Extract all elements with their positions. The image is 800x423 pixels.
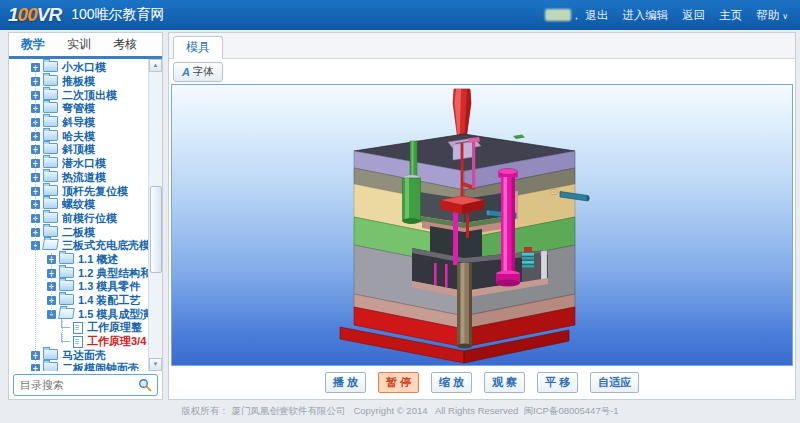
folder-icon <box>43 349 58 360</box>
tree-item[interactable]: +小水口模 <box>9 61 148 75</box>
tree-item[interactable]: +二次顶出模 <box>9 88 148 102</box>
folder-icon <box>43 116 58 127</box>
folder-icon <box>59 294 74 305</box>
tree-item[interactable]: +1.2 典型结构和机构 <box>9 266 148 280</box>
tree-item[interactable]: +二板模 <box>9 225 148 239</box>
document-icon <box>73 336 83 348</box>
tab-assessment[interactable]: 考核 <box>113 36 137 53</box>
site-title: 100唯尔教育网 <box>71 6 164 24</box>
viewer-toolbar: A字体 <box>169 59 795 84</box>
tree-item[interactable]: +二板模闹钟面壳 <box>9 362 148 371</box>
tree-item[interactable]: +哈夫模 <box>9 129 148 143</box>
folder-icon <box>43 143 58 154</box>
folder-icon <box>43 212 58 223</box>
help-link[interactable]: 帮助∨ <box>756 8 788 23</box>
home-link[interactable]: 主页 <box>719 8 742 23</box>
tree-item-label[interactable]: 二板模闹钟面壳 <box>62 361 139 371</box>
top-header: 100VR 100唯尔教育网 ， 退出 进入编辑 返回 主页 帮助∨ <box>0 0 800 30</box>
folder-icon <box>43 75 58 86</box>
zoom-button[interactable]: 缩 放 <box>431 372 472 393</box>
folder-icon <box>59 267 74 278</box>
course-tree: +小水口模 +推板模 +二次顶出模 +弯管模 +斜导模 +哈夫模 +斜顶模 +潜… <box>9 59 162 371</box>
folder-icon <box>43 89 58 100</box>
tree-item-expanded[interactable]: -1.5 模具成型演示 <box>9 307 148 321</box>
tree-item[interactable]: +前模行位模 <box>9 212 148 226</box>
open-folder-icon <box>58 308 75 319</box>
tab-mold[interactable]: 模具 <box>173 36 223 59</box>
content-tabbar: 模具 <box>169 33 795 59</box>
folder-icon <box>59 253 74 264</box>
tree-guide-line <box>62 321 63 343</box>
folder-icon <box>43 362 58 371</box>
tree-item[interactable]: +弯管模 <box>9 102 148 116</box>
copyright-footer: 版权所有： 厦门凤凰创壹软件有限公司 Copyright © 2014 All … <box>0 405 800 418</box>
chevron-down-icon: ∨ <box>782 12 788 21</box>
site-logo: 100VR <box>8 4 61 26</box>
folder-icon <box>43 185 58 196</box>
font-button[interactable]: A字体 <box>173 62 223 82</box>
pan-button[interactable]: 平 移 <box>537 372 578 393</box>
playback-controls: 播 放 暂 停 缩 放 观 察 平 移 自适应 <box>169 365 795 399</box>
scroll-down-arrow[interactable]: ▼ <box>149 358 162 371</box>
folder-icon <box>43 157 58 168</box>
sidebar-tabs: 教学 实训 考核 <box>9 33 162 59</box>
ejector-shaft <box>457 263 472 349</box>
tree-item[interactable]: +1.3 模具零件 <box>9 280 148 294</box>
tree-item[interactable]: +热流道模 <box>9 171 148 185</box>
tree-item-expanded[interactable]: -三板式充电底壳模 <box>9 239 148 253</box>
tree-leaf-selected[interactable]: 工作原理3/4 <box>9 335 148 349</box>
font-icon: A <box>182 66 190 78</box>
catalog-search <box>9 371 162 399</box>
back-link[interactable]: 返回 <box>682 8 705 23</box>
enter-edit-link[interactable]: 进入编辑 <box>622 8 668 23</box>
play-button[interactable]: 播 放 <box>325 372 366 393</box>
scroll-thumb[interactable] <box>150 186 162 273</box>
pause-button[interactable]: 暂 停 <box>378 372 419 393</box>
folder-icon <box>43 61 58 72</box>
tree-guide-line <box>35 65 36 365</box>
logout-link[interactable]: 退出 <box>585 8 608 23</box>
tab-teaching[interactable]: 教学 <box>21 36 45 53</box>
tree-item[interactable]: +1.1 概述 <box>9 253 148 267</box>
folder-icon <box>43 171 58 182</box>
folder-icon <box>43 226 58 237</box>
folder-icon <box>43 102 58 113</box>
tree-item[interactable]: +推板模 <box>9 75 148 89</box>
search-input[interactable] <box>13 374 158 396</box>
tab-training[interactable]: 实训 <box>67 36 91 53</box>
mold-3d-model <box>322 87 602 366</box>
content-panel: 模具 A字体 <box>168 32 796 400</box>
scroll-up-arrow[interactable]: ▲ <box>149 59 162 72</box>
observe-button[interactable]: 观 察 <box>484 372 525 393</box>
tree-guide-line <box>51 253 52 315</box>
tree-item[interactable]: +潜水口模 <box>9 157 148 171</box>
tree-item[interactable]: +1.4 装配工艺 <box>9 294 148 308</box>
tree-list: +小水口模 +推板模 +二次顶出模 +弯管模 +斜导模 +哈夫模 +斜顶模 +潜… <box>9 61 148 371</box>
viewer-canvas[interactable] <box>171 84 793 366</box>
auto-fit-button[interactable]: 自适应 <box>590 372 639 393</box>
tree-scrollbar[interactable]: ▲ ▼ <box>148 59 162 371</box>
open-folder-icon <box>42 239 59 250</box>
tree-item[interactable]: +斜导模 <box>9 116 148 130</box>
tree-item[interactable]: +顶杆先复位模 <box>9 184 148 198</box>
tree-item[interactable]: +马达面壳 <box>9 348 148 362</box>
tree-item[interactable]: +斜顶模 <box>9 143 148 157</box>
document-icon <box>73 322 83 334</box>
comma-separator: ， <box>571 8 583 23</box>
username-redacted[interactable] <box>545 9 571 21</box>
folder-icon <box>43 130 58 141</box>
search-icon[interactable] <box>138 378 152 392</box>
tree-item[interactable]: +螺纹模 <box>9 198 148 212</box>
folder-icon <box>59 280 74 291</box>
tree-leaf[interactable]: 工作原理整 <box>9 321 148 335</box>
folder-icon <box>43 198 58 209</box>
sidebar-panel: 教学 实训 考核 +小水口模 +推板模 +二次顶出模 +弯管模 +斜导模 +哈夫… <box>8 32 163 400</box>
header-links: ， 退出 进入编辑 返回 主页 帮助∨ <box>545 8 800 23</box>
